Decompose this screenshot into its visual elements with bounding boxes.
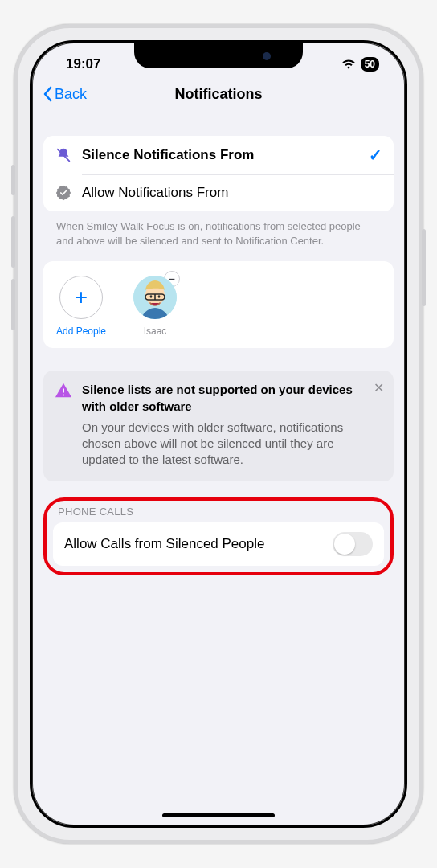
warning-title: Silence lists are not supported on your … — [82, 382, 382, 415]
chevron-left-icon — [42, 86, 53, 102]
svg-point-5 — [158, 296, 161, 298]
check-icon: ✓ — [369, 145, 382, 165]
add-people-button[interactable]: + Add People — [53, 276, 109, 337]
status-time: 19:07 — [66, 56, 100, 72]
svg-point-7 — [63, 395, 64, 396]
battery-indicator: 50 — [361, 57, 379, 72]
back-button[interactable]: Back — [42, 86, 87, 103]
person-item[interactable]: – Isaac — [127, 276, 183, 337]
mode-footer-text: When Smiley Walk Focus is on, notificati… — [43, 211, 394, 252]
seal-check-icon — [55, 184, 72, 202]
home-indicator[interactable] — [162, 813, 275, 817]
compatibility-warning: ✕ Silence lists are not supported on you… — [43, 371, 394, 481]
notification-mode-group: Silence Notifications From ✓ Allow Notif… — [43, 136, 394, 211]
allow-from-row[interactable]: Allow Notifications From — [43, 174, 394, 211]
warning-icon — [55, 382, 72, 403]
silence-from-label: Silence Notifications From — [82, 147, 254, 163]
wifi-icon — [341, 59, 356, 70]
phone-calls-header: PHONE CALLS — [58, 506, 379, 518]
people-card: + Add People – — [43, 261, 394, 348]
nav-bar: Back Notifications — [32, 75, 405, 113]
plus-icon: + — [59, 276, 103, 319]
svg-point-4 — [150, 296, 153, 298]
avatar — [133, 276, 177, 319]
allow-calls-label: Allow Calls from Silenced People — [64, 536, 264, 552]
silence-from-row[interactable]: Silence Notifications From ✓ — [43, 136, 394, 174]
page-title: Notifications — [32, 86, 405, 103]
allow-calls-toggle[interactable] — [333, 532, 373, 556]
allow-calls-row[interactable]: Allow Calls from Silenced People — [53, 522, 384, 566]
person-name: Isaac — [144, 326, 167, 337]
close-icon[interactable]: ✕ — [374, 380, 384, 395]
allow-from-label: Allow Notifications From — [82, 185, 228, 201]
notch — [134, 43, 303, 68]
back-label: Back — [55, 86, 87, 103]
add-people-label: Add People — [56, 326, 106, 337]
bell-slash-icon — [55, 146, 72, 164]
warning-body: On your devices with older software, not… — [82, 420, 382, 469]
svg-rect-6 — [63, 389, 64, 394]
highlight-annotation: PHONE CALLS Allow Calls from Silenced Pe… — [43, 497, 394, 575]
